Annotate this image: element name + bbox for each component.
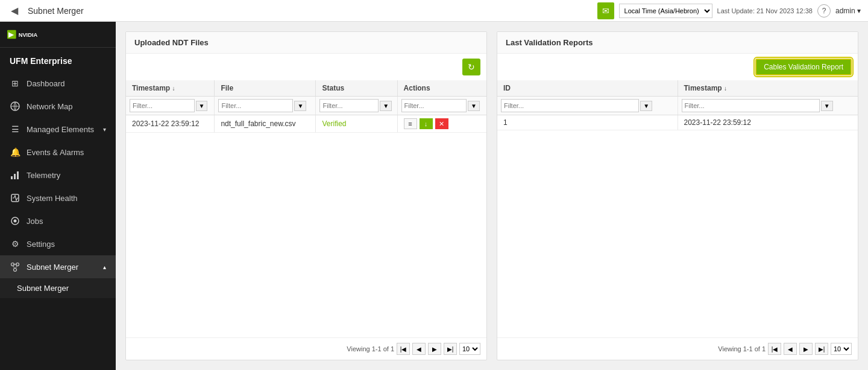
sidebar-item-telemetry[interactable]: Telemetry xyxy=(0,164,116,187)
jobs-icon xyxy=(10,215,20,226)
system-health-icon xyxy=(10,193,20,203)
dashboard-icon: ⊞ xyxy=(10,78,20,89)
file-column-header: File xyxy=(215,80,316,97)
last-validation-panel-body: Cables Validation Report ID Timestamp xyxy=(497,54,858,360)
svg-rect-6 xyxy=(17,171,19,179)
svg-rect-5 xyxy=(14,174,16,179)
status-filter-btn[interactable]: ▼ xyxy=(380,101,392,111)
admin-dropdown[interactable]: admin ▾ xyxy=(835,7,861,15)
topbar-right: Local Time (Asia/Hebron) UTC Last Update… xyxy=(597,2,861,19)
lv-last-page-btn[interactable]: ▶| xyxy=(815,343,828,355)
timestamp-column-header: Timestamp xyxy=(126,80,215,97)
uploaded-ndt-table: Timestamp File Status Actions ▼ xyxy=(126,80,486,133)
page-title: Subnet Merger xyxy=(28,6,591,16)
refresh-button[interactable]: ↻ xyxy=(462,59,480,75)
table-row: 1 2023-11-22 23:59:12 xyxy=(497,115,858,130)
download-action-icon[interactable]: ↓ xyxy=(420,118,433,129)
last-validation-pagination: Viewing 1-1 of 1 |◀ ◀ ▶ ▶| 10 25 50 xyxy=(497,337,858,360)
sidebar-item-settings[interactable]: ⚙ Settings xyxy=(0,232,116,255)
row-timestamp: 2023-11-22 23:59:12 xyxy=(126,115,215,133)
lv-timestamp-filter-btn[interactable]: ▼ xyxy=(821,101,833,111)
sidebar-logo: ▶ NVIDIA xyxy=(0,22,116,48)
topbar: ◀ Subnet Merger Local Time (Asia/Hebron)… xyxy=(0,0,868,22)
sidebar-item-jobs[interactable]: Jobs xyxy=(0,209,116,232)
last-validation-panel-title: Last Validation Reports xyxy=(497,32,858,54)
status-column-header: Status xyxy=(316,80,397,97)
first-page-btn[interactable]: |◀ xyxy=(397,343,410,355)
lv-page-size-select[interactable]: 10 25 50 xyxy=(831,343,852,355)
uploaded-ndt-panel-title: Uploaded NDT Files xyxy=(126,32,486,54)
lv-timestamp-sort-icon xyxy=(724,84,727,92)
page-size-select[interactable]: 10 25 50 xyxy=(459,343,480,355)
lv-timestamp-filter-cell: ▼ xyxy=(678,97,858,115)
lv-viewing-label: Viewing 1-1 of 1 xyxy=(718,345,766,352)
cables-validation-report-button[interactable]: Cables Validation Report xyxy=(755,59,852,75)
svg-rect-4 xyxy=(11,176,13,179)
status-filter-cell: ▼ xyxy=(316,97,397,115)
sidebar-item-events-alarms[interactable]: 🔔 Events & Alarms xyxy=(0,141,116,164)
sidebar-item-subnet-merger[interactable]: Subnet Merger ▴ xyxy=(0,255,116,278)
lv-next-page-btn[interactable]: ▶ xyxy=(799,343,813,355)
timestamp-filter-input[interactable] xyxy=(130,99,195,112)
lv-row-timestamp: 2023-11-22 23:59:12 xyxy=(678,115,858,130)
email-icon[interactable] xyxy=(597,2,614,19)
sidebar-item-label: System Health xyxy=(27,194,78,203)
sidebar-sub-item-subnet-merger[interactable]: Subnet Merger xyxy=(0,278,116,298)
managed-elements-arrow-icon: ▾ xyxy=(103,126,106,133)
sidebar-item-label: Dashboard xyxy=(27,79,65,88)
list-action-icon[interactable]: ≡ xyxy=(404,118,417,129)
actions-filter-input[interactable] xyxy=(401,99,467,112)
last-page-btn[interactable]: ▶| xyxy=(444,343,457,355)
sidebar-item-system-health[interactable]: System Health xyxy=(0,187,116,209)
timestamp-filter-btn[interactable]: ▼ xyxy=(196,101,208,111)
sidebar-item-label: Jobs xyxy=(27,217,43,226)
sidebar: ▶ NVIDIA UFM Enterprise ⊞ Dashboard Netw… xyxy=(0,22,116,370)
last-validation-toolbar: Cables Validation Report xyxy=(497,54,858,80)
row-status: Verified xyxy=(316,115,397,133)
file-filter-input[interactable] xyxy=(218,99,293,112)
uploaded-ndt-panel: Uploaded NDT Files ↻ Timestamp File Stat… xyxy=(125,31,487,360)
uploaded-ndt-panel-body: ↻ Timestamp File Status Actions xyxy=(126,54,486,360)
subnet-merger-icon xyxy=(10,261,20,272)
last-validation-table: ID Timestamp ▼ xyxy=(497,80,858,130)
last-validation-panel: Last Validation Reports Cables Validatio… xyxy=(497,31,858,360)
sidebar-item-network-map[interactable]: Network Map xyxy=(0,95,116,118)
status-badge: Verified xyxy=(322,120,346,128)
nvidia-logo-icon: ▶ NVIDIA xyxy=(7,28,55,41)
telemetry-icon xyxy=(10,170,20,180)
file-filter-btn[interactable]: ▼ xyxy=(294,101,306,111)
table-row: 2023-11-22 23:59:12 ndt_full_fabric_new.… xyxy=(126,115,486,133)
id-column-header: ID xyxy=(497,80,678,97)
actions-column-header: Actions xyxy=(397,80,486,97)
lv-timestamp-filter-input[interactable] xyxy=(682,99,820,112)
id-filter-input[interactable] xyxy=(501,99,639,112)
id-filter-btn[interactable]: ▼ xyxy=(640,101,652,111)
actions-filter-cell: ▼ xyxy=(397,97,486,115)
sidebar-toggle-button[interactable]: ◀ xyxy=(7,4,22,18)
next-page-btn[interactable]: ▶ xyxy=(428,343,441,355)
sidebar-item-label: Network Map xyxy=(27,102,73,111)
lv-row-id: 1 xyxy=(497,115,678,130)
svg-point-12 xyxy=(14,269,17,272)
lv-first-page-btn[interactable]: |◀ xyxy=(768,343,781,355)
sidebar-sub-item-label: Subnet Merger xyxy=(17,284,69,293)
row-actions: ≡ ↓ ✕ xyxy=(397,115,486,133)
lv-prev-page-btn[interactable]: ◀ xyxy=(784,343,797,355)
sidebar-item-managed-elements[interactable]: ☰ Managed Elements ▾ xyxy=(0,118,116,141)
timezone-select[interactable]: Local Time (Asia/Hebron) UTC xyxy=(619,4,712,18)
last-update-label: Last Update: 21 Nov 2023 12:38 xyxy=(717,7,813,14)
status-filter-input[interactable] xyxy=(319,99,379,112)
timestamp-filter-cell: ▼ xyxy=(126,97,215,115)
actions-filter-btn[interactable]: ▼ xyxy=(468,101,480,111)
main-layout: ▶ NVIDIA UFM Enterprise ⊞ Dashboard Netw… xyxy=(0,22,868,370)
sidebar-item-dashboard[interactable]: ⊞ Dashboard xyxy=(0,72,116,95)
managed-elements-icon: ☰ xyxy=(10,124,20,135)
sidebar-item-label: Managed Elements xyxy=(27,125,94,134)
uploaded-ndt-toolbar: ↻ xyxy=(126,54,486,80)
prev-page-btn[interactable]: ◀ xyxy=(412,343,426,355)
settings-icon: ⚙ xyxy=(10,238,20,249)
action-icons: ≡ ↓ ✕ xyxy=(404,118,480,129)
network-map-icon xyxy=(10,101,20,112)
delete-action-icon[interactable]: ✕ xyxy=(435,118,448,129)
help-icon[interactable]: ? xyxy=(817,4,831,18)
